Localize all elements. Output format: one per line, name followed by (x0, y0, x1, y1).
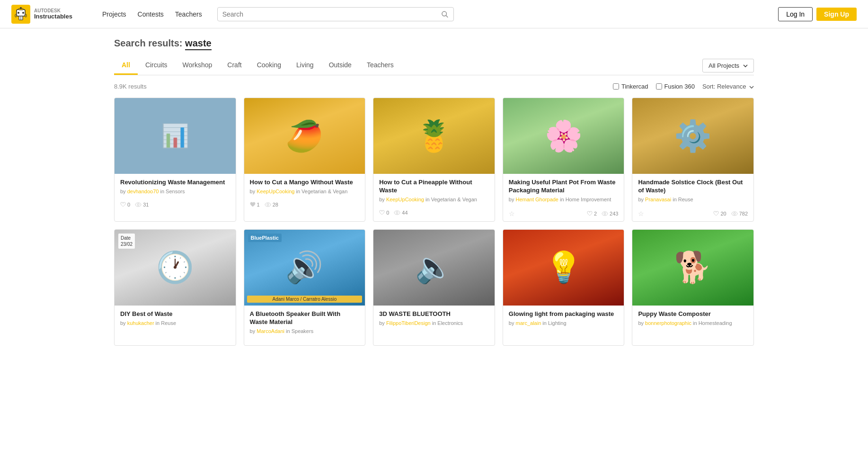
card-views-2: 28 (265, 202, 278, 207)
card-meta-6: by kuhukacher in Reuse (120, 320, 230, 326)
card-author-10[interactable]: bonnerphotographic (645, 320, 691, 326)
card-thumb-7: BluePlastic Adani Marco / Carratro Aless… (244, 230, 365, 306)
save-button-5[interactable]: ☆ (638, 210, 644, 217)
search-input[interactable] (222, 10, 439, 18)
card-meta-5: by Pranavasai in Reuse (638, 197, 748, 202)
svg-point-2 (18, 12, 19, 14)
card-author-5[interactable]: Pranavasai (645, 197, 671, 202)
save-button-4[interactable]: ☆ (509, 210, 515, 217)
card-image-3 (373, 98, 495, 174)
svg-line-11 (446, 15, 448, 17)
logo-text: AUTODESK Instructables (34, 8, 72, 20)
card-views-1: 31 (135, 202, 149, 207)
results-filters: Tinkercad Fusion 360 Sort: Relevance (613, 83, 754, 90)
card-body-8: 3D WASTE BLUETOOTH by FilippoTiberiDesig… (373, 306, 495, 332)
tab-cooking[interactable]: Cooking (249, 56, 289, 75)
tinkercad-checkbox[interactable] (613, 83, 619, 90)
card-diy-waste[interactable]: Date23/02 DIY Best of Waste by kuhukache… (114, 229, 236, 346)
svg-point-10 (442, 11, 447, 16)
logo-area[interactable]: AUTODESK Instructables (11, 5, 87, 24)
card-thumb-4 (503, 98, 624, 174)
card-image-4 (503, 98, 624, 174)
card-views-4: 243 (602, 211, 618, 216)
eye-icon (602, 211, 608, 216)
search-bar[interactable] (217, 7, 454, 21)
filter-tabs: All Circuits Workshop Craft Cooking Livi… (114, 56, 401, 75)
sort-chevron-icon (749, 86, 754, 89)
card-body-4: Making Useful Plant Pot From Waste Packa… (503, 174, 624, 208)
login-button[interactable]: Log In (778, 7, 813, 21)
card-bluetooth-speaker[interactable]: BluePlastic Adani Marco / Carratro Aless… (244, 229, 366, 346)
card-body-9: Glowing light from packaging waste by ma… (503, 306, 624, 332)
card-author-1[interactable]: devhandoo70 (127, 189, 159, 194)
tab-craft[interactable]: Craft (220, 56, 249, 75)
search-title: Search results: waste (114, 38, 754, 49)
svg-point-20 (732, 212, 737, 216)
card-mango[interactable]: How to Cut a Mango Without Waste by Keep… (244, 98, 366, 222)
cards-row-2: Date23/02 DIY Best of Waste by kuhukache… (114, 229, 754, 346)
card-footer-4: ☆ 2 243 (503, 208, 624, 221)
svg-point-15 (267, 204, 269, 206)
tab-teachers[interactable]: Teachers (359, 56, 401, 75)
eye-icon (731, 211, 738, 216)
card-meta-3: by KeepUpCooking in Vegetarian & Vegan (379, 197, 489, 202)
card-body-10: Puppy Waste Composter by bonnerphotograp… (632, 306, 753, 332)
card-image-2 (244, 98, 365, 174)
card-title-2: How to Cut a Mango Without Waste (250, 179, 360, 187)
card-author-2[interactable]: KeepUpCooking (257, 189, 294, 194)
results-count: 8.9K results (114, 83, 147, 90)
card-image-5 (632, 98, 753, 174)
card-author-3[interactable]: KeepUpCooking (386, 197, 424, 202)
tab-workshop[interactable]: Workshop (175, 56, 220, 75)
card-author-4[interactable]: Hemant Ghorpade (515, 197, 558, 202)
svg-rect-6 (15, 14, 17, 17)
card-3d-bluetooth[interactable]: 3D WASTE BLUETOOTH by FilippoTiberiDesig… (373, 229, 495, 346)
nav-projects[interactable]: Projects (102, 10, 126, 18)
card-meta-2: by KeepUpCooking in Vegetarian & Vegan (250, 189, 360, 194)
card-puppy-composter[interactable]: Puppy Waste Composter by bonnerphotograp… (632, 229, 754, 346)
card-body-1: Revolutionizing Waste Management by devh… (115, 174, 236, 200)
tab-outside[interactable]: Outside (321, 56, 359, 75)
card-stats-5: 20 782 (713, 211, 748, 216)
tab-living[interactable]: Living (289, 56, 321, 75)
tab-all[interactable]: All (114, 56, 138, 75)
card-stats-1: 0 31 (120, 202, 149, 207)
card-meta-10: by bonnerphotographic in Homesteading (638, 320, 748, 326)
card-views-3: 44 (394, 210, 407, 216)
card-likes-3: 0 (379, 210, 389, 216)
card-glowing-light[interactable]: Glowing light from packaging waste by ma… (503, 229, 625, 346)
card-plant-pot[interactable]: Making Useful Plant Pot From Waste Packa… (503, 98, 625, 222)
sort-dropdown[interactable]: Sort: Relevance (702, 83, 754, 90)
fusion360-checkbox[interactable] (656, 83, 662, 90)
card-thumb-1 (115, 98, 236, 174)
svg-point-18 (602, 212, 608, 216)
card-solstice-clock[interactable]: Handmade Solstice Clock (Best Out of Was… (632, 98, 754, 222)
card-pineapple[interactable]: How to Cut a Pineapple Without Waste by … (373, 98, 495, 222)
site-header: AUTODESK Instructables Projects Contests… (0, 0, 868, 28)
card-body-5: Handmade Solstice Clock (Best Out of Was… (632, 174, 753, 208)
card-footer-7 (244, 340, 365, 345)
tab-circuits[interactable]: Circuits (138, 56, 175, 75)
signup-button[interactable]: Sign Up (816, 8, 857, 21)
card-title-5: Handmade Solstice Clock (Best Out of Was… (638, 179, 748, 195)
card-stats-3: 0 44 (379, 210, 407, 216)
nav-contests[interactable]: Contests (138, 10, 164, 18)
card-author-9[interactable]: marc_alain (515, 320, 541, 326)
heart-icon (379, 210, 385, 215)
card-body-6: DIY Best of Waste by kuhukacher in Reuse (115, 306, 236, 332)
all-projects-dropdown[interactable]: All Projects (702, 59, 754, 72)
main-nav: Projects Contests Teachers (102, 10, 202, 18)
card-author-6[interactable]: kuhukacher (127, 320, 154, 326)
card-body-2: How to Cut a Mango Without Waste by Keep… (244, 174, 365, 200)
fusion360-filter[interactable]: Fusion 360 (656, 83, 695, 90)
nav-teachers[interactable]: Teachers (175, 10, 202, 18)
card-author-8[interactable]: FilippoTiberiDesign (386, 320, 431, 326)
card-meta-1: by devhandoo70 in Sensors (120, 189, 230, 194)
card-meta-9: by marc_alain in Lighting (509, 320, 619, 326)
card-author-7[interactable]: MarcoAdani (257, 328, 284, 334)
card-thumb-6: Date23/02 (115, 230, 236, 306)
card-waste-management[interactable]: Revolutionizing Waste Management by devh… (114, 98, 236, 222)
card-footer-9 (503, 332, 624, 337)
tinkercad-filter[interactable]: Tinkercad (613, 83, 648, 90)
card-likes-2: 1 (250, 202, 260, 207)
